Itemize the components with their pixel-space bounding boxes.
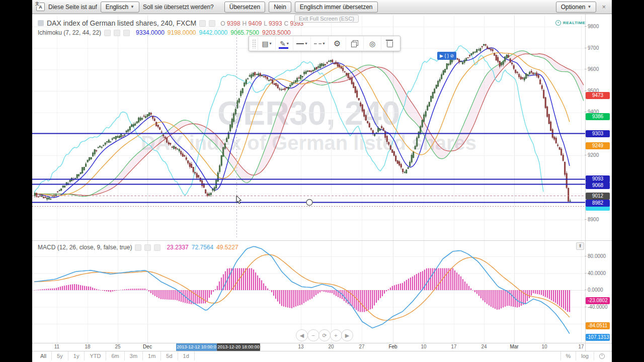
translate-button[interactable]: Übersetzen	[224, 2, 265, 13]
always-translate-button[interactable]: Englisch immer übersetzen	[295, 2, 378, 13]
price-label: 9473	[586, 92, 610, 99]
ohlc-value: 9409	[247, 20, 262, 27]
time-tick: 11	[46, 344, 68, 349]
indicator-action-icon[interactable]	[144, 244, 151, 251]
time-tick: Mar	[503, 344, 525, 349]
time-badge: 2013-12-12 10:00:0	[176, 343, 217, 351]
range-button-1m[interactable]: 1m	[143, 351, 161, 360]
template-icon: ▤	[262, 40, 268, 48]
time-tick: Dec	[136, 344, 158, 349]
price-label: -84.0511	[586, 322, 610, 329]
close-icon[interactable]: ×	[600, 3, 608, 11]
percent-scale-toggle[interactable]: %	[560, 351, 576, 360]
clone-button[interactable]	[346, 37, 363, 50]
chevron-down-icon: ▼	[587, 5, 591, 9]
drag-handle-icon[interactable]	[252, 39, 256, 48]
price-label: 8982	[586, 200, 610, 207]
language-dropdown[interactable]: Englisch ▼	[101, 2, 139, 13]
indicator-action-icon[interactable]	[154, 244, 160, 251]
indicator-action-icon[interactable]	[114, 30, 120, 36]
options-button[interactable]: Optionen ▼	[556, 2, 597, 13]
scale-toolbar: % log	[560, 351, 610, 360]
time-tick: 13	[290, 344, 312, 349]
price-label: 9068	[586, 182, 610, 189]
line-width-icon	[296, 43, 304, 44]
chevron-down-icon: ▾	[287, 41, 289, 46]
range-button-1y[interactable]: 1y	[68, 351, 85, 360]
exit-fullscreen-tooltip: Exit Full Screen (ESC)	[294, 15, 359, 23]
log-scale-toggle[interactable]: log	[576, 351, 594, 360]
ohlc-values: O 9398H 9409L 9393C 9393	[218, 19, 303, 27]
indicator-action-icon[interactable]	[135, 244, 141, 251]
indicator-action-icon[interactable]	[104, 30, 111, 36]
time-tick: 27	[351, 344, 373, 349]
time-axis-border	[32, 343, 612, 343]
line-style-button[interactable]: ▾	[310, 37, 328, 50]
pane-divider[interactable]	[32, 240, 612, 241]
price-label: 9303	[586, 130, 610, 137]
chart-title: DAX index of German listed shares, 240, …	[47, 19, 196, 27]
time-tick: 17	[570, 344, 592, 349]
maximize-pane-icon[interactable]: ⬆	[576, 242, 584, 250]
ichimoku-cloud	[34, 51, 584, 197]
time-tick: 10	[533, 344, 555, 349]
delete-button[interactable]	[381, 37, 398, 50]
indicator-value: 9334.0000	[136, 29, 165, 36]
trash-icon	[387, 41, 393, 47]
indicator-value: 23.2337	[167, 244, 188, 251]
nav-button[interactable]: ◀	[296, 329, 308, 341]
replay-badge[interactable]: ▶ { } ⊘	[437, 52, 456, 60]
range-button-1d[interactable]: 1d	[178, 351, 195, 360]
nav-button[interactable]: +	[330, 329, 342, 341]
gear-icon: ⚙	[334, 39, 341, 48]
price-tick: 9200	[588, 152, 611, 158]
eye-icon: ◎	[369, 40, 375, 48]
chevron-down-icon: ▾	[323, 41, 325, 46]
chart-plot[interactable]	[32, 0, 612, 362]
price-label: 9386	[586, 113, 610, 120]
title-action-icon[interactable]	[199, 20, 206, 27]
range-button-all[interactable]: All	[35, 351, 52, 360]
indicator-value: 9198.0000	[168, 29, 196, 36]
line-width-button[interactable]: ▾	[293, 37, 310, 50]
time-tick: 10	[413, 344, 435, 349]
session-clock-button[interactable]	[594, 352, 610, 360]
settings-button[interactable]: ⚙	[328, 37, 346, 50]
line-template-button[interactable]: ▤ ▾	[258, 37, 275, 50]
time-tick: 20	[320, 344, 342, 349]
visibility-button[interactable]: ◎	[363, 37, 381, 50]
nav-button[interactable]: ⟳	[318, 329, 331, 341]
macd-series	[34, 246, 570, 333]
indicator-value: 9065.7500	[230, 29, 259, 36]
ichimoku-values: 9334.00009198.00009442.00009065.75009203…	[133, 29, 291, 36]
range-button-5d[interactable]: 5d	[161, 351, 178, 360]
range-button-3m[interactable]: 3m	[125, 351, 143, 360]
macd-label: MACD (12, 26, close, 9, false, true)	[38, 244, 132, 251]
indicator-action-icon[interactable]	[123, 30, 130, 36]
translation-message: Diese Seite ist auf	[48, 4, 97, 11]
title-action-icon[interactable]	[209, 20, 215, 27]
macd-line	[34, 246, 570, 333]
line-color-button[interactable]: ✎ ▾	[275, 37, 293, 50]
range-button-6m[interactable]: 6m	[106, 351, 124, 360]
line-style-icon	[314, 43, 321, 44]
color-swatch	[279, 47, 288, 49]
translation-question: Soll sie übersetzt werden?	[143, 4, 214, 11]
time-tick: 25	[107, 344, 129, 349]
nav-button[interactable]: −	[307, 329, 319, 341]
symbol-icon	[38, 20, 44, 26]
line-handle[interactable]	[306, 200, 312, 206]
range-button-5y[interactable]: 5y	[52, 351, 68, 360]
no-button[interactable]: Nein	[269, 2, 291, 13]
nav-button[interactable]: ▶	[341, 329, 353, 341]
ohlc-label: C	[284, 20, 289, 27]
realtime-badge: REALTIME	[555, 20, 585, 26]
indicator-value: 72.7564	[192, 244, 213, 251]
range-button-ytd[interactable]: YTD	[85, 351, 106, 360]
ichimoku-label: Ichimoku (7, 22, 44, 22)	[38, 29, 101, 36]
indicator-value: 9203.5000	[262, 29, 291, 36]
pencil-icon: ✎	[280, 40, 286, 48]
signal-line	[34, 255, 570, 321]
price-label: 9093	[586, 175, 610, 183]
ohlc-value: 9393	[267, 20, 282, 27]
